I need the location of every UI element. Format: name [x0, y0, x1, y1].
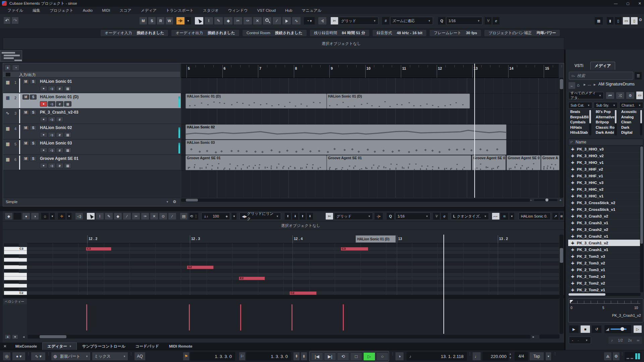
- cycle-button[interactable]: ⟲: [337, 352, 349, 361]
- menu-9[interactable]: ウィンドウ: [223, 7, 253, 14]
- editor-part-tag[interactable]: HALion Sonic 01 (D): [356, 235, 396, 243]
- file-row-PK_3_Crash3_v2[interactable]: ◂|▸PK_3_Crash3_v2: [568, 213, 641, 220]
- auto-select-controller-button[interactable]: ▤: [180, 213, 188, 220]
- tempo-value[interactable]: 220.000: [482, 352, 508, 361]
- controller-lane-label[interactable]: ベロシティー: [3, 299, 27, 304]
- media-settings-button[interactable]: ⚙: [626, 92, 635, 99]
- preset-caret-icon[interactable]: ▼: [166, 200, 169, 203]
- snap-button[interactable]: ✄: [330, 17, 338, 25]
- piano-key-D2[interactable]: [4, 284, 27, 288]
- transpose-down-button[interactable]: ⬇: [292, 213, 299, 220]
- file-row-PK_3_Crash1_v2[interactable]: ◂|▸PK_3_Crash1_v2: [568, 240, 641, 246]
- arrangement-vscroll-thumb[interactable]: [560, 79, 563, 89]
- transpose-up2-button[interactable]: ⬆: [299, 213, 306, 220]
- setup-toolbar-button[interactable]: ⚙: [639, 17, 643, 24]
- volume-thumb[interactable]: [621, 327, 624, 331]
- global-s-button[interactable]: S: [148, 17, 156, 25]
- info-5[interactable]: フレームレート30 fps: [430, 30, 481, 36]
- filter-header-1[interactable]: Sub Sty.▼: [594, 102, 618, 109]
- event-groove-a[interactable]: Groove A: [541, 155, 559, 170]
- window-layout-toggle[interactable]: ▯: [631, 17, 638, 25]
- file-row-PK_3_CrossStick_v1[interactable]: ◂|▸PK_3_CrossStick_v1: [568, 206, 641, 213]
- filter-scroll-thumb-0[interactable]: [589, 110, 591, 123]
- redo-button[interactable]: ↷: [11, 17, 19, 24]
- track-solo-button[interactable]: S: [30, 110, 37, 115]
- record-enable-button[interactable]: ●: [40, 117, 47, 122]
- close-button[interactable]: ✕: [638, 1, 641, 6]
- lower-tab-3[interactable]: コードパッド: [131, 343, 164, 350]
- menu-6[interactable]: メディア: [136, 7, 161, 14]
- arrangement-vscrollbar[interactable]: [559, 78, 564, 198]
- iterative-quantize-button[interactable]: ⅟: [484, 17, 492, 25]
- left-locator-flag-icon[interactable]: ⚑: [183, 352, 190, 361]
- media-tab-メディア[interactable]: メディア: [590, 62, 615, 70]
- menu-7[interactable]: トランスポート: [161, 7, 198, 14]
- monitor-button[interactable]: ◁): [48, 163, 55, 168]
- track-mute-button[interactable]: M: [22, 141, 29, 146]
- play-tool-button[interactable]: [282, 17, 291, 25]
- editor-quantize-icon[interactable]: Q: [386, 213, 394, 220]
- track-solo-button[interactable]: S: [30, 95, 37, 100]
- event-groove-agent-se-0[interactable]: Groove Agent SE 0: [506, 155, 541, 170]
- midi-note-E2[interactable]: E2: [239, 277, 265, 280]
- step-input-button[interactable]: ⌐⌐: [492, 213, 500, 220]
- metronome-setup-button[interactable]: ⚙: [612, 352, 620, 361]
- midi-input-menu[interactable]: ▼: [509, 213, 515, 220]
- lower-tab-4[interactable]: MIDI Remote: [164, 343, 197, 350]
- track-mute-button[interactable]: M: [22, 95, 29, 100]
- edited-part-name[interactable]: HALion Sonic 0.: [519, 213, 551, 220]
- menu-11[interactable]: Hub: [280, 7, 297, 14]
- tempo-track-button[interactable]: ♩: [472, 352, 481, 361]
- velocity-lane[interactable]: [27, 298, 559, 335]
- grid-type-icon-button[interactable]: #: [382, 17, 390, 25]
- tracklist-settings-icon[interactable]: ⚙: [173, 199, 176, 204]
- editor-mute-tool-button[interactable]: ✕: [150, 213, 158, 220]
- velocity-bar[interactable]: [291, 304, 292, 330]
- menu-1[interactable]: 編集: [28, 7, 45, 14]
- monitor-button[interactable]: ◁): [48, 132, 55, 137]
- file-row-PK_3_Crash1_v1[interactable]: ◂|▸PK_3_Crash1_v1: [568, 246, 641, 253]
- preview-display[interactable]: 0510PK_3_Crash1_v2: [568, 298, 643, 322]
- record-mode-dropdown[interactable]: ● ▾: [12, 352, 25, 361]
- media-search-input[interactable]: ○˗検索: [569, 72, 633, 80]
- editor-setup-button[interactable]: ⊞: [559, 213, 564, 220]
- open-in-window-button[interactable]: ↗: [552, 213, 559, 220]
- event-halion-sonic-01-(d)[interactable]: HALion Sonic 01 (D): [327, 94, 470, 109]
- primary-time-display[interactable]: ♪13. 1. 2.118: [407, 352, 467, 361]
- glue-tool-button[interactable]: ✑: [243, 17, 252, 25]
- piano-key-C3[interactable]: [4, 247, 27, 251]
- file-row-PK_2_Tom3_v3[interactable]: ◂|▸PK_2_Tom3_v3: [568, 253, 641, 260]
- editor-draw-tool-button[interactable]: ✎: [105, 213, 113, 220]
- track-mute-button[interactable]: M: [22, 156, 29, 161]
- goto-prev-marker-button[interactable]: |◀: [311, 352, 323, 361]
- editor-vscroll-thumb[interactable]: [560, 248, 563, 263]
- file-row-PK_3_HHO_v1[interactable]: ◂|▸PK_3_HHO_v1: [568, 159, 641, 166]
- project-playhead[interactable]: [474, 64, 475, 198]
- instrument-button[interactable]: ▦: [64, 132, 71, 137]
- info-1[interactable]: オーディオ出力接続されました: [171, 30, 239, 36]
- right-locator-flag-icon[interactable]: ⚐: [239, 352, 246, 361]
- undo-button[interactable]: ↶: [3, 17, 11, 24]
- file-row-PK_2_Tom2_v1[interactable]: ◂|▸PK_2_Tom2_v1: [568, 287, 641, 292]
- auto-quantize-button[interactable]: AQ: [134, 352, 146, 361]
- arrangement-ruler[interactable]: [181, 64, 559, 78]
- edit-channel-button[interactable]: e: [56, 147, 63, 153]
- record-enable-button[interactable]: ●: [40, 147, 47, 153]
- curve-tool-button[interactable]: ∿: [292, 17, 301, 25]
- instrument-button[interactable]: ▦: [64, 86, 71, 91]
- menu-4[interactable]: MIDI: [97, 7, 115, 14]
- counter-format-button[interactable]: ▦: [594, 17, 603, 25]
- editor-zoom-slider[interactable]: [539, 335, 559, 339]
- grid-match-button[interactable]: -|+: [374, 213, 383, 220]
- erase-tool-button[interactable]: ◆: [224, 17, 233, 25]
- close-lower-zone-button[interactable]: ✕: [0, 343, 10, 350]
- info-4[interactable]: 録音形式48 kHz - 16 bit: [373, 30, 427, 36]
- track-row-4[interactable]: ▦4MSHALion Sonic 02●◁)e▦: [3, 124, 181, 139]
- edit-channel-button[interactable]: e: [56, 117, 63, 122]
- name-column-header[interactable]: ◸Name: [568, 139, 643, 145]
- file-row-PK_3_HHF_v2[interactable]: ◂|▸PK_3_HHF_v2: [568, 166, 641, 173]
- tempo-menu-button[interactable]: ▼: [545, 352, 551, 361]
- track-mute-button[interactable]: M: [22, 110, 29, 115]
- lower-tab-0[interactable]: MixConsole: [11, 343, 42, 350]
- info-3[interactable]: 残り録音時間84 時間 51 分: [310, 30, 369, 36]
